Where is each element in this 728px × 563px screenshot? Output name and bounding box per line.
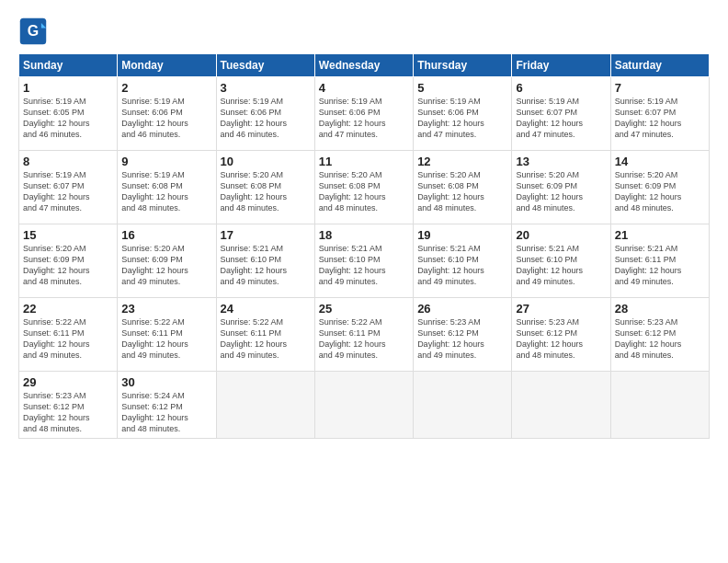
week-row-1: 1Sunrise: 5:19 AM Sunset: 6:05 PM Daylig… — [19, 77, 710, 151]
day-cell-5: 5Sunrise: 5:19 AM Sunset: 6:06 PM Daylig… — [414, 77, 512, 151]
day-info: Sunrise: 5:23 AM Sunset: 6:12 PM Dayligh… — [23, 390, 113, 435]
week-row-5: 29Sunrise: 5:23 AM Sunset: 6:12 PM Dayli… — [19, 372, 710, 439]
day-number: 11 — [319, 155, 409, 168]
header-row: SundayMondayTuesdayWednesdayThursdayFrid… — [19, 54, 710, 77]
col-header-tuesday: Tuesday — [216, 54, 314, 77]
day-cell-25: 25Sunrise: 5:22 AM Sunset: 6:11 PM Dayli… — [314, 298, 413, 372]
empty-cell — [314, 372, 413, 439]
day-number: 26 — [417, 302, 507, 316]
day-cell-3: 3Sunrise: 5:19 AM Sunset: 6:06 PM Daylig… — [216, 77, 314, 151]
day-number: 21 — [615, 228, 705, 242]
day-cell-8: 8Sunrise: 5:19 AM Sunset: 6:07 PM Daylig… — [19, 151, 118, 224]
day-info: Sunrise: 5:22 AM Sunset: 6:11 PM Dayligh… — [319, 316, 409, 362]
day-number: 12 — [417, 155, 507, 168]
day-info: Sunrise: 5:19 AM Sunset: 6:05 PM Dayligh… — [23, 96, 113, 141]
day-info: Sunrise: 5:19 AM Sunset: 6:08 PM Dayligh… — [121, 169, 211, 214]
day-info: Sunrise: 5:20 AM Sunset: 6:08 PM Dayligh… — [319, 169, 409, 214]
day-number: 13 — [516, 155, 606, 168]
day-info: Sunrise: 5:22 AM Sunset: 6:11 PM Dayligh… — [221, 316, 311, 362]
day-info: Sunrise: 5:21 AM Sunset: 6:10 PM Dayligh… — [221, 243, 311, 288]
day-info: Sunrise: 5:20 AM Sunset: 6:09 PM Dayligh… — [23, 243, 113, 288]
day-number: 29 — [23, 375, 113, 389]
day-number: 3 — [221, 81, 311, 95]
day-number: 15 — [23, 228, 113, 242]
day-info: Sunrise: 5:19 AM Sunset: 6:06 PM Dayligh… — [221, 96, 311, 141]
day-cell-23: 23Sunrise: 5:22 AM Sunset: 6:11 PM Dayli… — [118, 298, 216, 372]
svg-text:G: G — [28, 23, 39, 39]
day-cell-16: 16Sunrise: 5:20 AM Sunset: 6:09 PM Dayli… — [118, 224, 216, 298]
day-info: Sunrise: 5:19 AM Sunset: 6:07 PM Dayligh… — [615, 96, 705, 141]
calendar-table: SundayMondayTuesdayWednesdayThursdayFrid… — [18, 53, 710, 439]
day-info: Sunrise: 5:21 AM Sunset: 6:10 PM Dayligh… — [319, 243, 409, 288]
day-number: 4 — [319, 81, 409, 95]
day-cell-29: 29Sunrise: 5:23 AM Sunset: 6:12 PM Dayli… — [19, 372, 118, 439]
day-number: 5 — [417, 81, 507, 95]
week-row-4: 22Sunrise: 5:22 AM Sunset: 6:11 PM Dayli… — [19, 298, 710, 372]
day-cell-10: 10Sunrise: 5:20 AM Sunset: 6:08 PM Dayli… — [216, 151, 314, 224]
day-number: 28 — [615, 302, 705, 316]
day-number: 6 — [516, 81, 606, 95]
day-cell-4: 4Sunrise: 5:19 AM Sunset: 6:06 PM Daylig… — [314, 77, 413, 151]
day-number: 27 — [516, 302, 606, 316]
day-info: Sunrise: 5:20 AM Sunset: 6:09 PM Dayligh… — [516, 169, 606, 214]
day-info: Sunrise: 5:24 AM Sunset: 6:12 PM Dayligh… — [121, 390, 211, 435]
day-cell-20: 20Sunrise: 5:21 AM Sunset: 6:10 PM Dayli… — [512, 224, 610, 298]
week-row-2: 8Sunrise: 5:19 AM Sunset: 6:07 PM Daylig… — [19, 151, 710, 224]
day-info: Sunrise: 5:23 AM Sunset: 6:12 PM Dayligh… — [417, 316, 507, 362]
day-info: Sunrise: 5:23 AM Sunset: 6:12 PM Dayligh… — [615, 316, 705, 362]
day-cell-12: 12Sunrise: 5:20 AM Sunset: 6:08 PM Dayli… — [414, 151, 512, 224]
col-header-sunday: Sunday — [19, 54, 118, 77]
day-number: 30 — [121, 375, 211, 389]
day-info: Sunrise: 5:19 AM Sunset: 6:06 PM Dayligh… — [319, 96, 409, 141]
day-number: 25 — [319, 302, 409, 316]
day-info: Sunrise: 5:19 AM Sunset: 6:06 PM Dayligh… — [417, 96, 507, 141]
day-number: 24 — [221, 302, 311, 316]
header: G — [18, 17, 710, 46]
day-number: 10 — [221, 155, 311, 168]
day-info: Sunrise: 5:20 AM Sunset: 6:08 PM Dayligh… — [417, 169, 507, 214]
day-number: 7 — [615, 81, 705, 95]
day-cell-24: 24Sunrise: 5:22 AM Sunset: 6:11 PM Dayli… — [216, 298, 314, 372]
day-cell-27: 27Sunrise: 5:23 AM Sunset: 6:12 PM Dayli… — [512, 298, 610, 372]
day-cell-14: 14Sunrise: 5:20 AM Sunset: 6:09 PM Dayli… — [610, 151, 709, 224]
logo: G — [18, 17, 50, 46]
day-cell-28: 28Sunrise: 5:23 AM Sunset: 6:12 PM Dayli… — [610, 298, 709, 372]
empty-cell — [512, 372, 610, 439]
day-info: Sunrise: 5:19 AM Sunset: 6:06 PM Dayligh… — [121, 96, 211, 141]
day-number: 9 — [121, 155, 211, 168]
day-cell-1: 1Sunrise: 5:19 AM Sunset: 6:05 PM Daylig… — [19, 77, 118, 151]
day-cell-26: 26Sunrise: 5:23 AM Sunset: 6:12 PM Dayli… — [414, 298, 512, 372]
day-info: Sunrise: 5:21 AM Sunset: 6:11 PM Dayligh… — [615, 243, 705, 288]
day-number: 2 — [121, 81, 211, 95]
col-header-friday: Friday — [512, 54, 610, 77]
day-cell-2: 2Sunrise: 5:19 AM Sunset: 6:06 PM Daylig… — [118, 77, 216, 151]
day-cell-15: 15Sunrise: 5:20 AM Sunset: 6:09 PM Dayli… — [19, 224, 118, 298]
day-number: 23 — [121, 302, 211, 316]
day-info: Sunrise: 5:19 AM Sunset: 6:07 PM Dayligh… — [23, 169, 113, 214]
day-cell-21: 21Sunrise: 5:21 AM Sunset: 6:11 PM Dayli… — [610, 224, 709, 298]
day-cell-6: 6Sunrise: 5:19 AM Sunset: 6:07 PM Daylig… — [512, 77, 610, 151]
day-cell-19: 19Sunrise: 5:21 AM Sunset: 6:10 PM Dayli… — [414, 224, 512, 298]
day-cell-18: 18Sunrise: 5:21 AM Sunset: 6:10 PM Dayli… — [314, 224, 413, 298]
day-number: 1 — [23, 81, 113, 95]
empty-cell — [216, 372, 314, 439]
day-info: Sunrise: 5:19 AM Sunset: 6:07 PM Dayligh… — [516, 96, 606, 141]
col-header-monday: Monday — [118, 54, 216, 77]
col-header-saturday: Saturday — [610, 54, 709, 77]
col-header-wednesday: Wednesday — [314, 54, 413, 77]
day-info: Sunrise: 5:20 AM Sunset: 6:09 PM Dayligh… — [121, 243, 211, 288]
col-header-thursday: Thursday — [414, 54, 512, 77]
day-info: Sunrise: 5:22 AM Sunset: 6:11 PM Dayligh… — [121, 316, 211, 362]
day-cell-17: 17Sunrise: 5:21 AM Sunset: 6:10 PM Dayli… — [216, 224, 314, 298]
day-number: 16 — [121, 228, 211, 242]
day-info: Sunrise: 5:23 AM Sunset: 6:12 PM Dayligh… — [516, 316, 606, 362]
logo-icon: G — [18, 17, 48, 46]
empty-cell — [414, 372, 512, 439]
week-row-3: 15Sunrise: 5:20 AM Sunset: 6:09 PM Dayli… — [19, 224, 710, 298]
day-number: 19 — [417, 228, 507, 242]
page: G SundayMondayTuesdayWednesdayThursdayFr… — [0, 0, 728, 563]
day-info: Sunrise: 5:21 AM Sunset: 6:10 PM Dayligh… — [417, 243, 507, 288]
day-number: 14 — [615, 155, 705, 168]
day-number: 20 — [516, 228, 606, 242]
day-number: 22 — [23, 302, 113, 316]
